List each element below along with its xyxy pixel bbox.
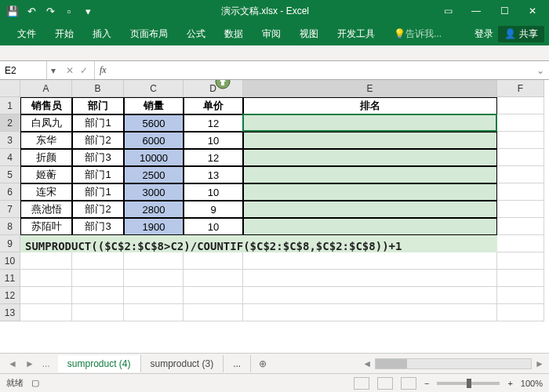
- cell[interactable]: 10: [184, 218, 243, 235]
- cell[interactable]: [243, 252, 497, 270]
- redo-icon[interactable]: ↷: [42, 3, 58, 19]
- cell[interactable]: 12: [184, 114, 243, 132]
- cell[interactable]: 燕池悟: [20, 201, 72, 218]
- row-header[interactable]: 13: [0, 304, 20, 321]
- cell[interactable]: 9: [184, 201, 243, 218]
- zoom-thumb[interactable]: [467, 379, 471, 388]
- tab-pagelayout[interactable]: 页面布局: [121, 22, 177, 45]
- cell[interactable]: 单价: [184, 97, 243, 114]
- cancel-icon[interactable]: ✕: [66, 65, 74, 76]
- tab-file[interactable]: 文件: [8, 22, 45, 45]
- cell[interactable]: 10: [184, 132, 243, 149]
- cell[interactable]: 10: [184, 183, 243, 201]
- cell[interactable]: 部门2: [72, 132, 124, 149]
- cell[interactable]: 部门1: [72, 183, 124, 201]
- cell[interactable]: 排名: [243, 97, 497, 114]
- column-header[interactable]: F: [497, 80, 544, 97]
- row-header[interactable]: 1: [0, 97, 20, 114]
- tab-developer[interactable]: 开发工具: [328, 22, 384, 45]
- fx-button[interactable]: fx: [95, 64, 107, 76]
- cell[interactable]: [243, 218, 497, 235]
- column-header[interactable]: A: [20, 80, 72, 97]
- cell[interactable]: [243, 166, 497, 183]
- cell[interactable]: [497, 149, 544, 166]
- cell[interactable]: 销量: [124, 97, 184, 114]
- formula-expand-icon[interactable]: ⌄: [536, 65, 549, 76]
- cell[interactable]: 部门: [72, 97, 124, 114]
- tab-formulas[interactable]: 公式: [177, 22, 215, 45]
- column-header[interactable]: B: [72, 80, 124, 97]
- row-header[interactable]: 5: [0, 166, 20, 183]
- sheet-nav-prev-icon[interactable]: ◄: [8, 358, 17, 369]
- row-header[interactable]: 2: [0, 114, 20, 132]
- enter-icon[interactable]: ✓: [80, 65, 88, 76]
- maximize-button[interactable]: ☐: [491, 2, 518, 20]
- cell[interactable]: [184, 270, 243, 287]
- minimize-button[interactable]: —: [463, 2, 489, 20]
- view-normal-button[interactable]: [354, 377, 369, 390]
- cell[interactable]: [497, 252, 544, 270]
- cell[interactable]: 连宋: [20, 183, 72, 201]
- tab-view[interactable]: 视图: [290, 22, 328, 45]
- cell[interactable]: [497, 304, 544, 321]
- cell[interactable]: [72, 252, 124, 270]
- cell[interactable]: [497, 235, 544, 252]
- cell[interactable]: 折颜: [20, 149, 72, 166]
- cell[interactable]: 3000: [124, 183, 184, 201]
- cell[interactable]: [20, 252, 72, 270]
- zoom-slider[interactable]: [437, 382, 500, 385]
- cell[interactable]: [20, 270, 72, 287]
- name-box-dropdown-icon[interactable]: ▾: [47, 65, 60, 76]
- cell[interactable]: [497, 183, 544, 201]
- save-icon[interactable]: 💾: [5, 3, 20, 19]
- column-insert-badge[interactable]: [215, 80, 231, 89]
- cell[interactable]: 部门3: [72, 149, 124, 166]
- cell[interactable]: 部门2: [72, 201, 124, 218]
- hscroll-track[interactable]: [375, 358, 532, 369]
- cell[interactable]: 12: [184, 149, 243, 166]
- hscroll-thumb[interactable]: [376, 359, 407, 368]
- cell[interactable]: [497, 201, 544, 218]
- cell[interactable]: [20, 287, 72, 304]
- column-header[interactable]: C: [124, 80, 184, 97]
- cell[interactable]: [184, 304, 243, 321]
- cell[interactable]: [124, 304, 184, 321]
- add-sheet-button[interactable]: ⊕: [251, 358, 274, 369]
- zoom-in-button[interactable]: +: [507, 379, 512, 388]
- qat-dropdown-icon[interactable]: ▾: [80, 3, 96, 19]
- cell[interactable]: [72, 287, 124, 304]
- row-header[interactable]: 4: [0, 149, 20, 166]
- cell[interactable]: 销售员: [20, 97, 72, 114]
- cell[interactable]: 部门3: [72, 218, 124, 235]
- cell[interactable]: 东华: [20, 132, 72, 149]
- tab-home[interactable]: 开始: [45, 22, 83, 45]
- hscroll-left-icon[interactable]: ◄: [362, 358, 375, 369]
- cell[interactable]: [184, 287, 243, 304]
- sheet-tab-1[interactable]: sumproduct (3): [141, 355, 224, 372]
- row-header[interactable]: 8: [0, 218, 20, 235]
- tab-insert[interactable]: 插入: [83, 22, 121, 45]
- ribbon-options-icon[interactable]: ▭: [434, 2, 461, 20]
- login-link[interactable]: 登录: [474, 27, 493, 41]
- cell[interactable]: [243, 132, 497, 149]
- cell[interactable]: 苏陌叶: [20, 218, 72, 235]
- cell[interactable]: 部门1: [72, 114, 124, 132]
- cell[interactable]: 姬蘅: [20, 166, 72, 183]
- row-header[interactable]: 9: [0, 235, 20, 252]
- cell[interactable]: [243, 270, 497, 287]
- column-header[interactable]: E: [243, 80, 497, 97]
- cell[interactable]: [243, 304, 497, 321]
- cell[interactable]: [497, 218, 544, 235]
- cell[interactable]: [243, 287, 497, 304]
- cell[interactable]: [497, 114, 544, 132]
- select-all-button[interactable]: [0, 80, 20, 97]
- cell[interactable]: [20, 304, 72, 321]
- column-header[interactable]: D: [184, 80, 243, 97]
- cell[interactable]: 白凤九: [20, 114, 72, 132]
- cell[interactable]: [497, 270, 544, 287]
- cell[interactable]: [497, 132, 544, 149]
- row-header[interactable]: 3: [0, 132, 20, 149]
- row-header[interactable]: 10: [0, 252, 20, 270]
- tab-review[interactable]: 审阅: [253, 22, 290, 45]
- hscroll-right-icon[interactable]: ►: [532, 358, 544, 369]
